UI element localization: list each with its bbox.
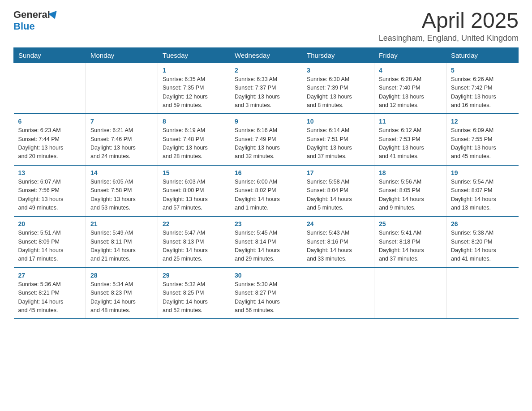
logo-blue-text: Blue xyxy=(13,21,58,32)
calendar-header: SundayMondayTuesdayWednesdayThursdayFrid… xyxy=(14,47,519,63)
calendar-cell: 11Sunrise: 6:12 AM Sunset: 7:53 PM Dayli… xyxy=(374,114,446,165)
day-info: Sunrise: 5:47 AM Sunset: 8:13 PM Dayligh… xyxy=(163,229,225,264)
day-info: Sunrise: 5:36 AM Sunset: 8:21 PM Dayligh… xyxy=(18,280,82,315)
calendar-cell: 7Sunrise: 6:21 AM Sunset: 7:46 PM Daylig… xyxy=(86,114,158,165)
calendar-cell: 6Sunrise: 6:23 AM Sunset: 7:44 PM Daylig… xyxy=(14,114,86,165)
calendar-cell: 21Sunrise: 5:49 AM Sunset: 8:11 PM Dayli… xyxy=(86,216,158,268)
logo-general-text: General xyxy=(13,9,50,21)
calendar-cell xyxy=(86,63,158,114)
calendar-cell xyxy=(14,63,86,114)
day-number: 18 xyxy=(379,169,442,176)
calendar-cell: 23Sunrise: 5:45 AM Sunset: 8:14 PM Dayli… xyxy=(230,216,302,268)
calendar-cell: 18Sunrise: 5:56 AM Sunset: 8:05 PM Dayli… xyxy=(374,165,446,217)
day-info: Sunrise: 6:26 AM Sunset: 7:42 PM Dayligh… xyxy=(451,75,514,110)
calendar-cell: 9Sunrise: 6:16 AM Sunset: 7:49 PM Daylig… xyxy=(230,114,302,165)
col-header-friday: Friday xyxy=(374,47,446,63)
col-header-monday: Monday xyxy=(86,47,158,63)
day-info: Sunrise: 6:14 AM Sunset: 7:51 PM Dayligh… xyxy=(307,126,369,161)
calendar-table: SundayMondayTuesdayWednesdayThursdayFrid… xyxy=(13,47,519,320)
calendar-cell: 15Sunrise: 6:03 AM Sunset: 8:00 PM Dayli… xyxy=(158,165,230,217)
day-info: Sunrise: 5:49 AM Sunset: 8:11 PM Dayligh… xyxy=(90,229,153,264)
day-number: 15 xyxy=(163,169,225,176)
calendar-cell: 29Sunrise: 5:32 AM Sunset: 8:25 PM Dayli… xyxy=(158,268,230,319)
day-number: 29 xyxy=(163,272,225,279)
day-number: 27 xyxy=(18,272,82,279)
day-info: Sunrise: 6:23 AM Sunset: 7:44 PM Dayligh… xyxy=(18,126,82,161)
day-info: Sunrise: 6:12 AM Sunset: 7:53 PM Dayligh… xyxy=(379,126,442,161)
day-info: Sunrise: 5:54 AM Sunset: 8:07 PM Dayligh… xyxy=(451,178,514,213)
calendar-cell: 16Sunrise: 6:00 AM Sunset: 8:02 PM Dayli… xyxy=(230,165,302,217)
location-subtitle: Leasingham, England, United Kingdom xyxy=(379,34,519,43)
calendar-cell: 25Sunrise: 5:41 AM Sunset: 8:18 PM Dayli… xyxy=(374,216,446,268)
day-info: Sunrise: 6:00 AM Sunset: 8:02 PM Dayligh… xyxy=(235,178,297,213)
day-info: Sunrise: 5:32 AM Sunset: 8:25 PM Dayligh… xyxy=(163,280,225,315)
day-number: 7 xyxy=(90,118,153,125)
day-info: Sunrise: 5:41 AM Sunset: 8:18 PM Dayligh… xyxy=(379,229,442,264)
calendar-cell: 10Sunrise: 6:14 AM Sunset: 7:51 PM Dayli… xyxy=(302,114,374,165)
calendar-cell: 28Sunrise: 5:34 AM Sunset: 8:23 PM Dayli… xyxy=(86,268,158,319)
page-header: General Blue April 2025 Leasingham, Engl… xyxy=(13,9,519,43)
col-header-tuesday: Tuesday xyxy=(158,47,230,63)
calendar-cell: 3Sunrise: 6:30 AM Sunset: 7:39 PM Daylig… xyxy=(302,63,374,114)
day-number: 22 xyxy=(163,220,225,227)
col-header-saturday: Saturday xyxy=(446,47,519,63)
day-number: 14 xyxy=(90,169,153,176)
calendar-cell: 14Sunrise: 6:05 AM Sunset: 7:58 PM Dayli… xyxy=(86,165,158,217)
day-info: Sunrise: 6:09 AM Sunset: 7:55 PM Dayligh… xyxy=(451,126,514,161)
calendar-cell xyxy=(302,268,374,319)
day-info: Sunrise: 5:38 AM Sunset: 8:20 PM Dayligh… xyxy=(451,229,514,264)
calendar-cell: 8Sunrise: 6:19 AM Sunset: 7:48 PM Daylig… xyxy=(158,114,230,165)
calendar-cell: 4Sunrise: 6:28 AM Sunset: 7:40 PM Daylig… xyxy=(374,63,446,114)
day-info: Sunrise: 6:33 AM Sunset: 7:37 PM Dayligh… xyxy=(235,75,297,110)
col-header-wednesday: Wednesday xyxy=(230,47,302,63)
col-header-thursday: Thursday xyxy=(302,47,374,63)
day-info: Sunrise: 5:45 AM Sunset: 8:14 PM Dayligh… xyxy=(235,229,297,264)
calendar-cell: 24Sunrise: 5:43 AM Sunset: 8:16 PM Dayli… xyxy=(302,216,374,268)
calendar-cell: 12Sunrise: 6:09 AM Sunset: 7:55 PM Dayli… xyxy=(446,114,519,165)
calendar-week-4: 20Sunrise: 5:51 AM Sunset: 8:09 PM Dayli… xyxy=(14,216,519,268)
day-number: 8 xyxy=(163,118,225,125)
calendar-cell: 2Sunrise: 6:33 AM Sunset: 7:37 PM Daylig… xyxy=(230,63,302,114)
day-number: 3 xyxy=(307,67,369,74)
calendar-cell: 30Sunrise: 5:30 AM Sunset: 8:27 PM Dayli… xyxy=(230,268,302,319)
day-number: 30 xyxy=(235,272,297,279)
day-info: Sunrise: 5:58 AM Sunset: 8:04 PM Dayligh… xyxy=(307,178,369,213)
calendar-cell: 27Sunrise: 5:36 AM Sunset: 8:21 PM Dayli… xyxy=(14,268,86,319)
calendar-week-1: 1Sunrise: 6:35 AM Sunset: 7:35 PM Daylig… xyxy=(14,63,519,114)
day-number: 23 xyxy=(235,220,297,227)
day-number: 11 xyxy=(379,118,442,125)
day-info: Sunrise: 6:19 AM Sunset: 7:48 PM Dayligh… xyxy=(163,126,225,161)
day-number: 12 xyxy=(451,118,514,125)
day-number: 16 xyxy=(235,169,297,176)
day-info: Sunrise: 6:21 AM Sunset: 7:46 PM Dayligh… xyxy=(90,126,153,161)
day-number: 5 xyxy=(451,67,514,74)
day-number: 25 xyxy=(379,220,442,227)
calendar-cell: 5Sunrise: 6:26 AM Sunset: 7:42 PM Daylig… xyxy=(446,63,519,114)
calendar-week-2: 6Sunrise: 6:23 AM Sunset: 7:44 PM Daylig… xyxy=(14,114,519,165)
day-info: Sunrise: 5:43 AM Sunset: 8:16 PM Dayligh… xyxy=(307,229,369,264)
calendar-cell: 26Sunrise: 5:38 AM Sunset: 8:20 PM Dayli… xyxy=(446,216,519,268)
calendar-cell: 17Sunrise: 5:58 AM Sunset: 8:04 PM Dayli… xyxy=(302,165,374,217)
calendar-cell: 20Sunrise: 5:51 AM Sunset: 8:09 PM Dayli… xyxy=(14,216,86,268)
day-info: Sunrise: 6:35 AM Sunset: 7:35 PM Dayligh… xyxy=(163,75,225,110)
day-number: 2 xyxy=(235,67,297,74)
day-info: Sunrise: 5:56 AM Sunset: 8:05 PM Dayligh… xyxy=(379,178,442,213)
calendar-cell: 13Sunrise: 6:07 AM Sunset: 7:56 PM Dayli… xyxy=(14,165,86,217)
day-info: Sunrise: 5:34 AM Sunset: 8:23 PM Dayligh… xyxy=(90,280,153,315)
calendar-cell: 19Sunrise: 5:54 AM Sunset: 8:07 PM Dayli… xyxy=(446,165,519,217)
calendar-week-5: 27Sunrise: 5:36 AM Sunset: 8:21 PM Dayli… xyxy=(14,268,519,319)
col-header-sunday: Sunday xyxy=(14,47,86,63)
calendar-cell xyxy=(374,268,446,319)
calendar-cell: 1Sunrise: 6:35 AM Sunset: 7:35 PM Daylig… xyxy=(158,63,230,114)
day-number: 13 xyxy=(18,169,82,176)
day-number: 24 xyxy=(307,220,369,227)
day-info: Sunrise: 6:28 AM Sunset: 7:40 PM Dayligh… xyxy=(379,75,442,110)
day-number: 20 xyxy=(18,220,82,227)
day-number: 21 xyxy=(90,220,153,227)
day-info: Sunrise: 6:03 AM Sunset: 8:00 PM Dayligh… xyxy=(163,178,225,213)
day-info: Sunrise: 6:30 AM Sunset: 7:39 PM Dayligh… xyxy=(307,75,369,110)
calendar-week-3: 13Sunrise: 6:07 AM Sunset: 7:56 PM Dayli… xyxy=(14,165,519,217)
day-info: Sunrise: 6:16 AM Sunset: 7:49 PM Dayligh… xyxy=(235,126,297,161)
day-number: 10 xyxy=(307,118,369,125)
calendar-cell: 22Sunrise: 5:47 AM Sunset: 8:13 PM Dayli… xyxy=(158,216,230,268)
